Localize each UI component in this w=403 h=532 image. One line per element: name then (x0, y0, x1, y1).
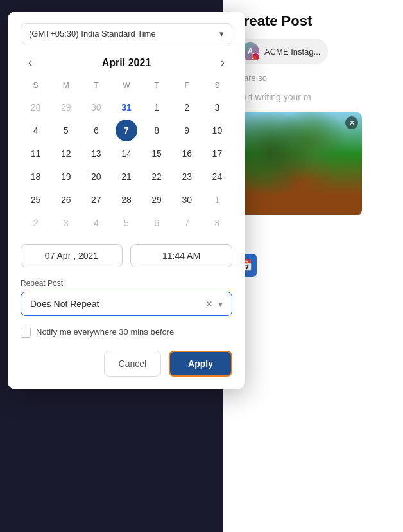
notify-checkbox[interactable] (21, 328, 31, 338)
calendar-day[interactable]: 3 (206, 96, 228, 118)
calendar-day[interactable]: 17 (206, 143, 228, 164)
calendar-day[interactable]: 20 (85, 166, 107, 188)
datetime-row: 07 Apr , 2021 11:44 AM (21, 244, 232, 267)
calendar-day[interactable]: 12 (55, 143, 77, 164)
calendar-day[interactable]: 11 (25, 143, 47, 164)
day-header-thu: T (142, 78, 172, 93)
post-image: ✕ (234, 112, 362, 215)
notify-text: Notify me everywhere 30 mins before (36, 326, 174, 338)
panel-title: Create Post (234, 13, 393, 30)
calendar-day[interactable]: 10 (206, 120, 228, 141)
day-header-wed: W (111, 78, 141, 93)
calendar-day[interactable]: 6 (146, 212, 167, 234)
day-header-mon: M (51, 78, 81, 93)
account-name: ACME Instag... (264, 47, 320, 57)
apply-button[interactable]: Apply (169, 351, 232, 377)
prev-month-button[interactable]: ‹ (23, 55, 37, 71)
write-placeholder: Start writing your m (234, 92, 393, 102)
calendar-day[interactable]: 9 (176, 120, 198, 141)
calendar-day[interactable]: 22 (146, 166, 167, 188)
timezone-label: (GMT+05:30) India Standard Time (29, 29, 156, 39)
calendar-day[interactable]: 8 (206, 212, 228, 234)
calendar-day[interactable]: 7 (176, 212, 198, 234)
footer-buttons: Cancel Apply (21, 351, 232, 377)
account-selector[interactable]: A ACME Instag... (234, 39, 328, 64)
repeat-value: Does Not Repeat (30, 299, 99, 309)
calendar-day[interactable]: 26 (55, 189, 77, 211)
date-input[interactable]: 07 Apr , 2021 (21, 244, 123, 267)
time-input[interactable]: 11:44 AM (130, 244, 232, 267)
create-post-panel: Create Post A ACME Instag... Share so St… (223, 0, 403, 532)
calendar-day[interactable]: 1 (206, 189, 228, 211)
calendar-day[interactable]: 23 (176, 166, 198, 188)
repeat-icons: ✕ ▾ (205, 299, 223, 309)
chevron-down-icon: ▾ (219, 29, 224, 39)
day-headers: S M T W T F S (21, 78, 232, 93)
calendar-day[interactable]: 29 (146, 189, 167, 211)
calendar-day[interactable]: 2 (25, 212, 47, 234)
calendar-day[interactable]: 13 (85, 143, 107, 164)
calendar-day[interactable]: 3 (55, 212, 77, 234)
chevron-down-icon: ▾ (218, 299, 223, 309)
calendar-day[interactable]: 30 (176, 189, 198, 211)
day-header-sat: S (202, 78, 232, 93)
notify-row: Notify me everywhere 30 mins before (21, 326, 232, 338)
day-header-tue: T (81, 78, 111, 93)
calendar-day[interactable]: 5 (116, 212, 137, 234)
calendar-days: 2829303112345678910111213141516171819202… (21, 96, 232, 234)
calendar-day[interactable]: 24 (206, 166, 228, 188)
repeat-label: Repeat Post (21, 279, 232, 288)
cancel-button[interactable]: Cancel (104, 351, 162, 377)
calendar-day[interactable]: 28 (25, 96, 47, 118)
day-header-fri: F (172, 78, 202, 93)
calendar-day[interactable]: 19 (55, 166, 77, 188)
calendar-day[interactable]: 27 (85, 189, 107, 211)
day-header-sun: S (21, 78, 51, 93)
calendar-day[interactable]: 7 (116, 120, 137, 141)
calendar-grid: S M T W T F S 28293031123456789101112131… (21, 78, 232, 234)
calendar-day[interactable]: 15 (146, 143, 167, 164)
month-year-label: April 2021 (102, 57, 151, 69)
calendar-day[interactable]: 1 (146, 96, 167, 118)
calendar-day[interactable]: 25 (25, 189, 47, 211)
next-month-button[interactable]: › (216, 55, 230, 71)
calendar-day[interactable]: 6 (85, 120, 107, 141)
calendar-day[interactable]: 5 (55, 120, 77, 141)
calendar-day[interactable]: 28 (116, 189, 137, 211)
calendar-day[interactable]: 4 (25, 120, 47, 141)
calendar-day[interactable]: 18 (25, 166, 47, 188)
calendar-day[interactable]: 21 (116, 166, 137, 188)
schedule-modal: (GMT+05:30) India Standard Time ▾ ‹ Apri… (8, 12, 245, 389)
calendar-day[interactable]: 4 (85, 212, 107, 234)
calendar-header: ‹ April 2021 › (21, 55, 232, 71)
calendar-day[interactable]: 30 (85, 96, 107, 118)
calendar-day[interactable]: 14 (116, 143, 137, 164)
share-label: Share so (234, 73, 393, 83)
calendar-day[interactable]: 29 (55, 96, 77, 118)
calendar-day[interactable]: 31 (116, 96, 137, 118)
close-image-button[interactable]: ✕ (345, 116, 358, 129)
repeat-select[interactable]: Does Not Repeat ✕ ▾ (21, 292, 232, 316)
calendar-day[interactable]: 16 (176, 143, 198, 164)
calendar-day[interactable]: 8 (146, 120, 167, 141)
clear-icon[interactable]: ✕ (205, 299, 213, 309)
timezone-dropdown[interactable]: (GMT+05:30) India Standard Time ▾ (21, 23, 232, 44)
calendar-day[interactable]: 2 (176, 96, 198, 118)
